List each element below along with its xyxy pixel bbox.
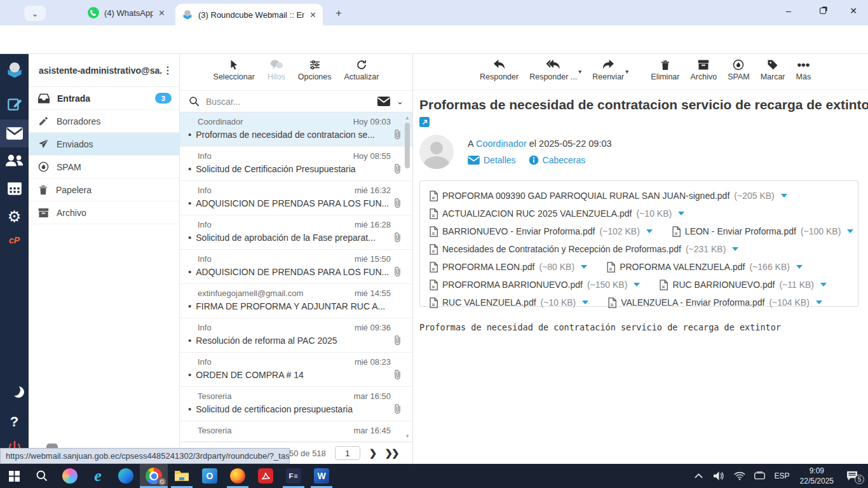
message-row[interactable]: Infomié 08:23 •ORDEN DE COMPRA # 14	[180, 353, 412, 387]
attachment-item[interactable]: VALENZUELA - Enviar Proforma.pdf(~104 KB…	[607, 297, 822, 308]
calendar-icon[interactable]	[6, 180, 23, 196]
tab-close-icon[interactable]: ✕	[309, 10, 316, 20]
message-row[interactable]: Infomié 16:28 •Solicitud de aprobación d…	[180, 215, 412, 250]
select-button[interactable]: Seleccionar	[214, 59, 255, 81]
internet-explorer-button[interactable]: e	[84, 464, 112, 488]
recipient-link[interactable]: Coordinador	[476, 139, 527, 149]
file-explorer-button[interactable]	[168, 464, 196, 488]
open-in-new-window-icon[interactable]	[419, 117, 430, 127]
clock[interactable]: 9:09 22/5/2025	[796, 466, 837, 486]
attachment-item[interactable]: BARRIONUEVO - Enviar Proforma.pdf(~102 K…	[429, 226, 653, 237]
copilot-button[interactable]	[56, 464, 84, 488]
message-row[interactable]: Infomié 09:36 •Resolución de reforma al …	[180, 318, 412, 353]
attachment-menu-icon[interactable]	[781, 194, 787, 198]
acrobat-button[interactable]	[252, 464, 280, 488]
archive-button[interactable]: Archivo	[690, 59, 717, 81]
sidebar-item-borradores[interactable]: Borradores	[29, 110, 179, 133]
scroll-up-icon[interactable]: ▲	[404, 115, 410, 121]
attachment-item[interactable]: RUC BARRIONUEVO.pdf(~11 KB)	[659, 280, 827, 290]
sidebar-item-archivo[interactable]: Archivo	[29, 201, 179, 224]
message-row[interactable]: Tesoreriamar 16:50 •Solicitud de certifi…	[180, 387, 412, 421]
window-restore-button[interactable]	[808, 0, 837, 22]
attachment-menu-icon[interactable]	[732, 247, 738, 251]
window-close-button[interactable]: ✕	[839, 0, 868, 22]
edge-button[interactable]	[112, 464, 140, 488]
chrome-button[interactable]: G	[140, 464, 168, 488]
wifi-icon[interactable]	[731, 471, 748, 480]
settings-gear-icon[interactable]: ⚙	[8, 208, 22, 226]
scroll-down-icon[interactable]: ▼	[404, 433, 410, 439]
help-icon[interactable]: ?	[10, 414, 18, 430]
spam-button[interactable]: SPAM	[728, 59, 750, 81]
account-header[interactable]: asistente-administrativo@sa... ⋮	[29, 54, 179, 87]
start-button[interactable]	[0, 464, 28, 488]
attachment-menu-icon[interactable]	[847, 229, 853, 233]
attachment-menu-icon[interactable]	[646, 229, 653, 233]
reply-all-button[interactable]: Responder ...	[529, 59, 577, 81]
tab-whatsapp[interactable]: (4) WhatsApp ✕	[81, 0, 172, 25]
attachment-item[interactable]: PROFORMA LEON.pdf(~80 KB)	[429, 262, 587, 273]
window-minimize-button[interactable]: –	[774, 0, 803, 22]
attachment-menu-icon[interactable]	[634, 283, 640, 287]
details-toggle[interactable]: Detalles	[468, 155, 516, 165]
search-bar[interactable]: Buscar... ⌄	[180, 90, 412, 112]
message-row[interactable]: Infomié 15:50 •ADQUISICION DE PRENDAS PA…	[180, 250, 412, 284]
volume-icon[interactable]	[711, 471, 728, 480]
attachment-menu-icon[interactable]	[820, 283, 827, 287]
firefox-button[interactable]	[224, 464, 252, 488]
dark-mode-moon-icon[interactable]	[9, 384, 20, 396]
attachment-item[interactable]: RUC VALENZUELA.pdf(~10 KB)	[429, 297, 588, 308]
attachment-menu-icon[interactable]	[581, 265, 587, 269]
reply-button[interactable]: Responder	[480, 59, 519, 81]
attachment-item[interactable]: PROFRORMA BARRIONUEVO.pdf(~150 KB)	[429, 280, 640, 290]
attachment-item[interactable]: PROFORMA 009390 GAD PARROQUIAL RURAL SAN…	[429, 191, 787, 201]
message-row[interactable]: Tesoreriamar 16:45	[180, 421, 412, 442]
language-indicator[interactable]: ESP	[772, 471, 792, 480]
mail-nav-icon[interactable]	[0, 119, 29, 147]
scrollbar-thumb[interactable]	[405, 123, 410, 168]
page-number-input[interactable]: 1	[335, 446, 360, 460]
attachment-menu-icon[interactable]	[678, 212, 684, 215]
tab-search-button[interactable]: ⌄	[24, 6, 46, 21]
sidebar-item-entrada[interactable]: Entrada 3	[29, 87, 179, 110]
attachment-menu-icon[interactable]	[816, 301, 822, 304]
attachment-item[interactable]: ACTUALIZACION RUC 2025 VALENZUELA.pdf(~1…	[429, 208, 684, 219]
tray-expand-icon[interactable]	[691, 473, 707, 478]
attachment-menu-icon[interactable]	[582, 301, 588, 304]
message-row[interactable]: extinfuegojamell@gmail.commié 14:55 •FIR…	[180, 284, 412, 318]
threads-button[interactable]: Hilos	[268, 59, 285, 81]
mark-button[interactable]: Marcar	[761, 59, 785, 81]
last-page-icon[interactable]: ❯❯	[384, 447, 398, 459]
more-button[interactable]: ••• Más	[796, 59, 811, 81]
compose-icon[interactable]	[6, 96, 23, 112]
message-row[interactable]: InfoHoy 08:55 •Solicitud de Certificació…	[180, 147, 412, 181]
notification-center-button[interactable]: 5	[841, 471, 863, 481]
next-page-icon[interactable]: ❯	[369, 447, 376, 459]
account-menu-icon[interactable]: ⋮	[163, 64, 173, 76]
headers-toggle[interactable]: Cabeceras	[529, 155, 586, 165]
fes-app-button[interactable]: F≡	[280, 464, 308, 488]
new-tab-button[interactable]: +	[330, 5, 347, 22]
taskbar-search-button[interactable]	[28, 464, 56, 488]
attachment-item[interactable]: Necesidades de Contratación y Recepción …	[429, 244, 738, 255]
message-row[interactable]: Infomié 16:32 •ADQUISICION DE PRENDAS PA…	[180, 181, 412, 215]
refresh-list-button[interactable]: Actualizar	[344, 59, 379, 81]
cpanel-icon[interactable]: cP	[9, 235, 20, 245]
search-scope-mail-icon[interactable]	[377, 97, 390, 106]
sidebar-item-papelera[interactable]: Papelera	[29, 179, 179, 201]
tab-roundcube-active[interactable]: (3) Roundcube Webmail :: Envia ✕	[175, 4, 323, 25]
list-scrollbar[interactable]: ▲ ▼	[404, 114, 410, 440]
options-button[interactable]: Opciones	[298, 59, 332, 81]
search-options-chevron-icon[interactable]: ⌄	[397, 97, 403, 106]
display-connect-icon[interactable]	[752, 471, 768, 480]
sidebar-item-spam[interactable]: SPAM	[29, 156, 179, 179]
contacts-icon[interactable]	[5, 152, 24, 168]
message-row[interactable]: CoordinadorHoy 09:03 •Proformas de neces…	[180, 112, 412, 147]
forward-menu-icon[interactable]: ▾	[625, 68, 628, 75]
attachment-item[interactable]: LEON - Enviar Proforma.pdf(~100 KB)	[672, 226, 854, 237]
attachment-item[interactable]: PROFORMA VALENZUELA.pdf(~166 KB)	[606, 262, 803, 273]
attachment-menu-icon[interactable]	[796, 265, 803, 269]
tab-close-icon[interactable]: ✕	[158, 8, 165, 18]
forward-button[interactable]: Reenviar	[592, 59, 624, 81]
reply-all-menu-icon[interactable]: ▾	[578, 68, 581, 75]
